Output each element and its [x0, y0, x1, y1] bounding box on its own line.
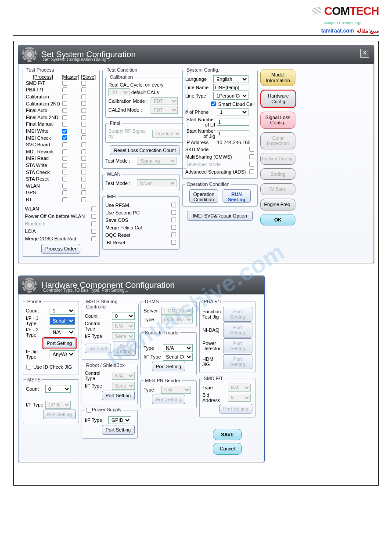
- slave-check[interactable]: [81, 183, 86, 188]
- mespn-type-select[interactable]: N/A: [161, 386, 191, 394]
- extra-option-check[interactable]: [91, 221, 96, 226]
- barcode-port-button[interactable]: Port Setting: [152, 362, 185, 371]
- master-check[interactable]: [62, 81, 67, 86]
- slave-check[interactable]: [81, 87, 86, 92]
- wband-button[interactable]: W Band: [260, 183, 295, 195]
- master-check[interactable]: [62, 149, 67, 154]
- save-button[interactable]: SAVE: [213, 429, 242, 441]
- cal-mode-select[interactable]: FDT: [151, 97, 178, 105]
- ps-port-button[interactable]: Port Setting: [102, 425, 135, 435]
- signal-loss-button[interactable]: Signal Loss Config.: [260, 112, 295, 129]
- slave-check[interactable]: [81, 129, 86, 134]
- master-check[interactable]: [62, 101, 67, 106]
- hardware-config-button[interactable]: Hardware Config: [260, 90, 296, 108]
- startui-field[interactable]: [217, 119, 249, 126]
- slave-check[interactable]: [81, 142, 86, 147]
- smart-cloud-check[interactable]: [211, 102, 216, 106]
- robot-ctrl-select[interactable]: N/A: [112, 372, 135, 380]
- process-order-button[interactable]: Process Order: [41, 244, 80, 254]
- run-seelog-button[interactable]: RUN SeeLog: [223, 189, 251, 203]
- imei-option-check[interactable]: [171, 225, 176, 230]
- slave-check[interactable]: [81, 135, 86, 140]
- share-ctrl-select[interactable]: N/A: [112, 322, 135, 330]
- msts-count-select[interactable]: 0: [45, 385, 71, 393]
- engine-freq-button[interactable]: Engine Freq.: [260, 199, 295, 210]
- master-check[interactable]: [62, 183, 67, 188]
- smd-type-select[interactable]: N/A: [228, 384, 251, 392]
- imei-svc-button[interactable]: IMEI SVC&Repair Option: [187, 211, 253, 221]
- extra-option-check[interactable]: [91, 236, 96, 241]
- slave-check[interactable]: [81, 101, 86, 106]
- slave-check[interactable]: [81, 108, 86, 113]
- startjig-field[interactable]: [217, 130, 249, 137]
- line-type-select[interactable]: 1Person Cell: [213, 92, 248, 100]
- close-icon[interactable]: X: [360, 49, 369, 58]
- operation-condition-button[interactable]: Operation Condition: [189, 189, 218, 203]
- setting-button[interactable]: Setting: [260, 168, 295, 180]
- if2-select[interactable]: N/A: [50, 328, 75, 336]
- imei-option-check[interactable]: [171, 203, 176, 207]
- slave-check[interactable]: [81, 170, 86, 174]
- msts-iftype-select[interactable]: GPIB: [45, 401, 71, 409]
- cal2-mode-select[interactable]: FDT: [151, 106, 178, 114]
- master-check[interactable]: [62, 170, 67, 174]
- slave-check[interactable]: [81, 149, 86, 154]
- slave-check[interactable]: [81, 122, 86, 127]
- master-check[interactable]: [62, 122, 67, 127]
- ok-button[interactable]: OK: [260, 214, 295, 226]
- share-count-select[interactable]: 0: [112, 312, 135, 320]
- use-id-check[interactable]: [26, 365, 31, 370]
- master-check[interactable]: [62, 156, 67, 161]
- extra-option-check[interactable]: [91, 229, 96, 234]
- nphone-select[interactable]: 1: [217, 108, 248, 116]
- smd-bd-select[interactable]: 5: [228, 394, 251, 402]
- site-link[interactable]: tamiraat.com: [321, 28, 354, 34]
- master-check[interactable]: [62, 108, 67, 113]
- slave-check[interactable]: [81, 163, 86, 168]
- robot-port-button[interactable]: Port Setting: [102, 391, 135, 400]
- master-check[interactable]: [62, 142, 67, 147]
- master-check[interactable]: [62, 135, 67, 140]
- master-check[interactable]: [62, 129, 67, 134]
- master-check[interactable]: [62, 197, 67, 202]
- imei-option-check[interactable]: [171, 210, 176, 215]
- master-check[interactable]: [62, 190, 67, 195]
- test-mode-select[interactable]: Signaling: [137, 157, 176, 165]
- share-iftype-select[interactable]: Serial COM: [112, 332, 135, 340]
- dbms-server-select[interactable]: HOME(GUMI): [161, 307, 193, 315]
- dev-check[interactable]: [249, 162, 254, 167]
- skd-check[interactable]: [249, 147, 254, 152]
- slave-check[interactable]: [81, 190, 86, 195]
- extra-option-check[interactable]: [91, 207, 96, 211]
- cal-cycle-select[interactable]: 20: [108, 88, 129, 96]
- barcode-type-select[interactable]: N/A: [163, 344, 193, 352]
- master-check[interactable]: [62, 87, 67, 92]
- model-info-button[interactable]: Model Information: [260, 69, 295, 86]
- barcode-iftype-select[interactable]: Serial COM: [163, 353, 193, 361]
- slave-check[interactable]: [81, 197, 86, 202]
- phone-port-setting-button[interactable]: Port Setting: [43, 338, 76, 348]
- fullkey-config-button[interactable]: Fullkey Config.: [260, 153, 295, 165]
- imei-option-check[interactable]: [171, 218, 176, 222]
- slave-check[interactable]: [81, 156, 86, 161]
- master-check[interactable]: [62, 177, 67, 181]
- ps-iftype-select[interactable]: GPIB: [108, 416, 131, 424]
- slave-check[interactable]: [81, 94, 86, 99]
- slave-check[interactable]: [81, 177, 86, 181]
- master-check[interactable]: [62, 115, 67, 120]
- line-name-field[interactable]: [213, 84, 249, 91]
- if1-select[interactable]: Serial COM: [50, 317, 75, 325]
- ps-check[interactable]: [86, 408, 91, 413]
- master-check[interactable]: [62, 94, 67, 99]
- cancel-button[interactable]: Cancel: [213, 443, 242, 455]
- master-check[interactable]: [62, 163, 67, 168]
- ads-check[interactable]: [249, 169, 254, 174]
- ifjig-select[interactable]: AnyWayJig: [50, 350, 75, 358]
- reset-loss-button[interactable]: Reset Loss Correction Count: [110, 145, 180, 155]
- mshare-check[interactable]: [249, 154, 254, 159]
- dbms-type-select[interactable]: Outside-Socket: [161, 316, 193, 323]
- extra-option-check[interactable]: [91, 214, 96, 219]
- slave-check[interactable]: [81, 81, 86, 86]
- slave-check[interactable]: [81, 115, 86, 120]
- color-inspection-button[interactable]: Color Inspection: [260, 132, 295, 149]
